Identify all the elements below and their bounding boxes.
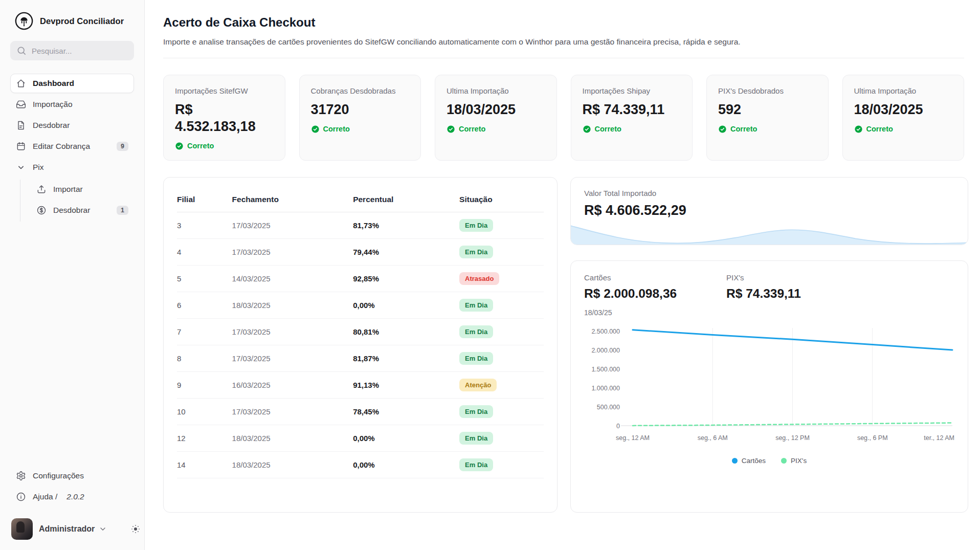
column-header-percentual: Percentual <box>353 190 459 212</box>
legend-item-pix-s: PIX's <box>781 457 807 465</box>
inbox-icon <box>16 99 26 109</box>
y-tick-label: 2.500.000 <box>591 328 620 335</box>
chart-date: 18/03/25 <box>584 309 954 317</box>
sidebar-item-dashboard[interactable]: Dashboard <box>10 74 134 93</box>
cell-filial: 9 <box>177 372 232 399</box>
situacao-badge: Em Dia <box>459 432 493 445</box>
cell-fechamento: 16/03/2025 <box>232 372 353 399</box>
cell-percentual: 0,00% <box>353 292 459 319</box>
chevron-down-icon <box>99 525 107 533</box>
stat-card-cobrancas-desdobradas: Cobranças Desdobradas31720Correto <box>299 75 421 161</box>
app-logo-icon <box>14 11 34 31</box>
sidebar-item-importar[interactable]: Importar <box>20 180 134 199</box>
app-version: 2.0.2 <box>66 492 84 501</box>
cell-situacao: Atenção <box>459 372 544 399</box>
series-value: R$ 74.339,11 <box>726 287 868 301</box>
cell-percentual: 78,45% <box>353 399 459 425</box>
y-tick-label: 0 <box>616 423 620 430</box>
situacao-badge: Em Dia <box>459 219 493 232</box>
chart-series-summary-cartoes: CartõesR$ 2.000.098,36 <box>584 273 726 301</box>
table-row: 817/03/202581,87%Em Dia <box>177 345 544 372</box>
sidebar-item-desdobrar[interactable]: Desdobrar1 <box>20 201 134 220</box>
cell-fechamento: 17/03/2025 <box>232 319 353 345</box>
sidebar-item-importacao[interactable]: Importação <box>10 95 134 114</box>
cell-situacao: Em Dia <box>459 345 544 372</box>
chevron-down-icon <box>16 162 26 172</box>
stat-value: R$ 4.532.183,18 <box>175 101 270 135</box>
count-badge: 9 <box>117 142 128 151</box>
status-text: Correto <box>187 142 214 150</box>
theme-toggle-button[interactable] <box>130 521 141 537</box>
table-row: 417/03/202579,44%Em Dia <box>177 239 544 266</box>
sidebar-item-desdobrar[interactable]: Desdobrar <box>10 116 134 135</box>
cell-filial: 10 <box>177 399 232 425</box>
legend-dot-icon <box>732 458 738 464</box>
status-badge: Correto <box>583 125 681 134</box>
sidebar-item-label: Dashboard <box>33 79 74 88</box>
search-input[interactable] <box>32 47 128 55</box>
y-tick-label: 500.000 <box>597 404 620 411</box>
sidebar: Devprod Conciliador DashboardImportaçãoD… <box>0 0 145 550</box>
sidebar-subnav: ImportarDesdobrar1 <box>20 180 134 222</box>
check-circle-icon <box>175 142 184 150</box>
table-row: 916/03/202591,13%Atenção <box>177 372 544 399</box>
check-circle-icon <box>447 125 455 134</box>
avatar <box>11 518 33 540</box>
stat-label: PIX's Desdobrados <box>718 86 817 95</box>
cell-filial: 12 <box>177 425 232 452</box>
dollar-icon <box>36 205 47 215</box>
branches-table: FilialFechamentoPercentualSituação 317/0… <box>177 190 544 478</box>
stat-cards-row: Importações SitefGWR$ 4.532.183,18Corret… <box>163 75 964 161</box>
brand: Devprod Conciliador <box>10 11 134 31</box>
stat-value: 592 <box>718 101 813 118</box>
cell-percentual: 81,73% <box>353 212 459 239</box>
check-circle-icon <box>311 125 320 134</box>
stat-label: Importações Shipay <box>583 86 681 95</box>
cell-percentual: 79,44% <box>353 239 459 266</box>
sidebar-item-ajuda[interactable]: Ajuda / 2.0.2 <box>10 487 134 507</box>
table-row: 514/03/202592,85%Atrasado <box>177 266 544 292</box>
stat-label: Ultima Importação <box>854 86 953 95</box>
chart-series-summary-pix-s: PIX'sR$ 74.339,11 <box>726 273 868 301</box>
cell-percentual: 81,87% <box>353 345 459 372</box>
sidebar-item-pix[interactable]: Pix <box>10 158 134 177</box>
cell-filial: 7 <box>177 319 232 345</box>
cell-fechamento: 18/03/2025 <box>232 452 353 478</box>
search-icon <box>16 46 27 56</box>
page-title: Acerto de Caixa Checkout <box>163 15 964 30</box>
sidebar-item-editar-cobranca[interactable]: Editar Cobrança9 <box>10 137 134 156</box>
cell-fechamento: 17/03/2025 <box>232 212 353 239</box>
cell-fechamento: 17/03/2025 <box>232 239 353 266</box>
user-menu-button[interactable]: Administrador <box>39 524 107 534</box>
cell-situacao: Em Dia <box>459 292 544 319</box>
sidebar-item-configuracoes[interactable]: Configurações <box>10 466 134 486</box>
situacao-badge: Em Dia <box>459 325 493 338</box>
stat-label: Importações SitefGW <box>175 86 274 95</box>
stat-label: Cobranças Desdobradas <box>311 86 410 95</box>
wave-sparkline <box>571 219 968 245</box>
cell-fechamento: 17/03/2025 <box>232 345 353 372</box>
cell-fechamento: 14/03/2025 <box>232 266 353 292</box>
check-circle-icon <box>854 125 863 134</box>
cell-filial: 6 <box>177 292 232 319</box>
stat-card-ultima-importacao: Ultima Importação18/03/2025Correto <box>842 75 965 161</box>
y-tick-label: 1.000.000 <box>591 385 620 392</box>
stat-card-ultima-importacao: Ultima Importação18/03/2025Correto <box>435 75 557 161</box>
info-icon <box>16 492 26 502</box>
stat-value: 18/03/2025 <box>447 101 542 118</box>
file-icon <box>16 120 26 130</box>
calendar-icon <box>16 141 26 151</box>
main-content: Acerto de Caixa Checkout Importe e anali… <box>145 0 980 550</box>
cell-percentual: 92,85% <box>353 266 459 292</box>
cell-filial: 3 <box>177 212 232 239</box>
sidebar-item-label: Pix <box>33 163 44 172</box>
column-header-fechamento: Fechamento <box>232 190 353 212</box>
total-imported-card: Valor Total Importado R$ 4.606.522,29 <box>570 177 968 245</box>
chart-header: CartõesR$ 2.000.098,36PIX'sR$ 74.339,11 <box>584 273 954 301</box>
stat-card-importacoes-sitefgw: Importações SitefGWR$ 4.532.183,18Corret… <box>163 75 285 161</box>
stat-card-importacoes-shipay: Importações ShipayR$ 74.339,11Correto <box>571 75 693 161</box>
status-text: Correto <box>866 125 893 133</box>
sidebar-nav: DashboardImportaçãoDesdobrarEditar Cobra… <box>10 74 134 224</box>
page-subtitle: Importe e analise transações de cartões … <box>163 37 964 47</box>
search-box[interactable] <box>10 41 134 60</box>
